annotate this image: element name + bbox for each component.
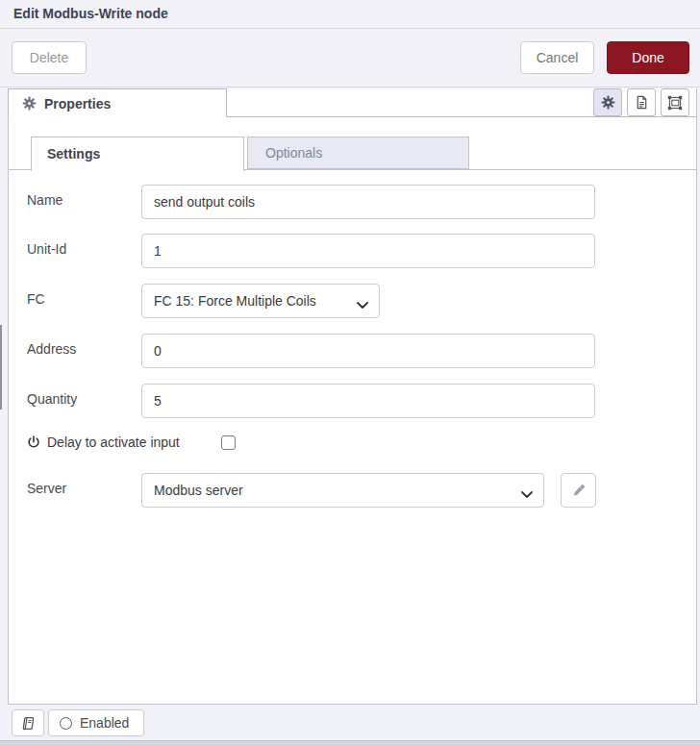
dialog-toolbar: Delete Cancel Done: [0, 29, 700, 87]
quantity-input[interactable]: [141, 384, 595, 418]
status-circle-icon: [60, 717, 72, 730]
book-icon: [21, 716, 36, 731]
tray-icon-buttons: [9, 88, 696, 117]
quantity-label: Quantity: [27, 391, 138, 410]
done-button[interactable]: Done: [607, 41, 689, 74]
appearance-icon: [667, 95, 683, 111]
delay-checkbox[interactable]: [221, 435, 236, 450]
properties-gear-button[interactable]: [593, 88, 622, 116]
dialog-title: Edit Modbus-Write node: [0, 0, 700, 29]
fc-select[interactable]: FC 15: Force Multiple Coils: [141, 284, 380, 318]
server-label: Server: [27, 481, 138, 500]
edit-panel: Properties: [8, 88, 697, 705]
address-input[interactable]: [141, 334, 595, 368]
delay-row: Delay to activate input: [27, 433, 180, 452]
bottom-edge: [0, 740, 700, 745]
scrollbar-thumb[interactable]: [0, 325, 2, 410]
tab-optionals[interactable]: Optionals: [247, 137, 469, 169]
fc-label: FC: [27, 291, 138, 310]
delay-label: Delay to activate input: [47, 435, 180, 450]
server-select[interactable]: Modbus server: [141, 473, 544, 508]
enabled-toggle-button[interactable]: Enabled: [48, 709, 144, 736]
description-icon: [635, 95, 649, 110]
address-label: Address: [27, 341, 138, 360]
book-button[interactable]: [12, 709, 44, 736]
tab-settings[interactable]: Settings: [31, 137, 244, 171]
name-input[interactable]: [141, 185, 595, 219]
description-button[interactable]: [627, 88, 656, 116]
delete-button[interactable]: Delete: [12, 41, 87, 74]
unit-id-label: Unit-Id: [27, 241, 138, 261]
unit-id-input[interactable]: [141, 234, 595, 268]
power-icon: [27, 435, 40, 449]
pencil-icon: [572, 484, 586, 497]
edit-server-button[interactable]: [561, 473, 596, 508]
dialog-footer: Enabled: [0, 705, 700, 740]
server-select-wrap: Modbus server: [141, 473, 544, 508]
name-label: Name: [27, 192, 138, 211]
enabled-label: Enabled: [80, 715, 129, 731]
cancel-button[interactable]: Cancel: [520, 41, 594, 74]
fc-select-wrap: FC 15: Force Multiple Coils: [141, 284, 380, 318]
appearance-button[interactable]: [661, 88, 689, 116]
gear-icon: [601, 95, 615, 110]
